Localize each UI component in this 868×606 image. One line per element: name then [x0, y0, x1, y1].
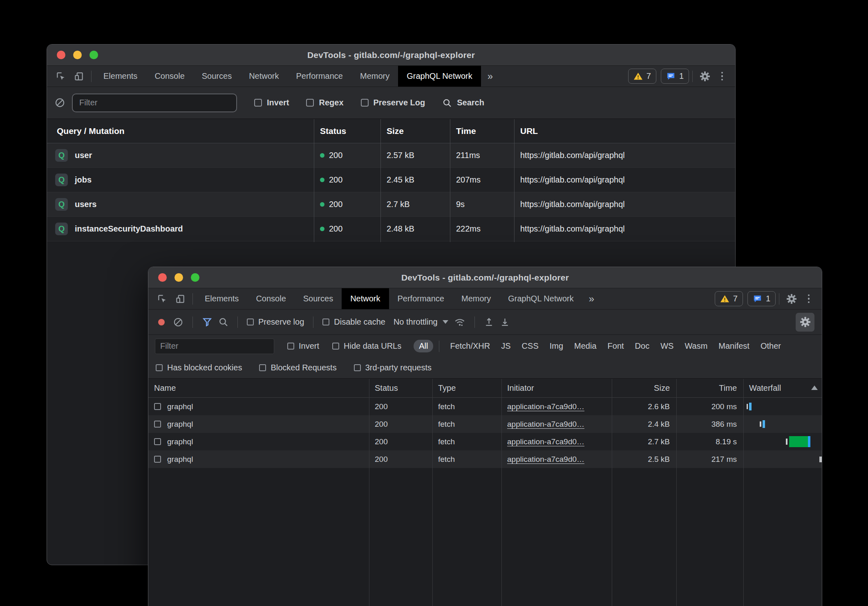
checkbox[interactable]	[332, 343, 339, 350]
more-tabs-icon[interactable]	[481, 66, 499, 87]
filter-type-other[interactable]: Other	[761, 341, 781, 351]
filter-funnel-icon[interactable]	[202, 317, 213, 328]
zoom-button[interactable]	[89, 51, 98, 59]
column-divider[interactable]	[369, 379, 369, 606]
column-divider[interactable]	[514, 119, 515, 242]
filter-input[interactable]	[72, 94, 237, 112]
search-icon[interactable]	[218, 317, 228, 327]
settings-gear-icon[interactable]	[783, 290, 801, 308]
issues-badge[interactable]: 1	[661, 69, 689, 84]
kebab-menu-icon[interactable]	[714, 68, 730, 85]
filter-type-css[interactable]: CSS	[522, 341, 539, 351]
tab-sources[interactable]: Sources	[193, 66, 240, 87]
zoom-button[interactable]	[191, 273, 199, 282]
col-size[interactable]: Size	[612, 383, 676, 393]
col-size[interactable]: Size	[380, 126, 450, 136]
table-row[interactable]: Q instanceSecurityDashboard 200 2.48 kB …	[47, 217, 735, 241]
tab-elements[interactable]: Elements	[196, 288, 247, 309]
filter-input[interactable]	[155, 339, 274, 354]
filter-type-img[interactable]: Img	[550, 341, 563, 351]
checkbox[interactable]	[259, 364, 266, 371]
device-toolbar-icon[interactable]	[70, 67, 88, 85]
col-query-mutation[interactable]: Query / Mutation	[47, 126, 314, 136]
initiator-link[interactable]: application-a7ca9d0…	[507, 455, 584, 463]
inspect-element-icon[interactable]	[153, 290, 171, 308]
col-url[interactable]: URL	[514, 126, 735, 136]
tab-network[interactable]: Network	[240, 66, 287, 87]
column-divider[interactable]	[432, 379, 433, 606]
warnings-badge[interactable]: 7	[628, 69, 656, 84]
filter-type-font[interactable]: Font	[608, 341, 624, 351]
filter-type-ws[interactable]: WS	[660, 341, 673, 351]
hide-data-urls-checkbox[interactable]: Hide data URLs	[332, 341, 401, 351]
filter-type-fetch-xhr[interactable]: Fetch/XHR	[450, 341, 490, 351]
tab-network[interactable]: Network	[342, 288, 389, 309]
filter-type-wasm[interactable]: Wasm	[685, 341, 707, 351]
issues-badge[interactable]: 1	[747, 291, 776, 306]
checkbox[interactable]	[354, 364, 361, 371]
column-divider[interactable]	[450, 119, 450, 242]
checkbox[interactable]	[156, 364, 163, 371]
close-button[interactable]	[158, 273, 167, 282]
tab-memory[interactable]: Memory	[453, 288, 499, 309]
preserve-log-checkbox[interactable]: Preserve Log	[361, 98, 425, 107]
clear-icon[interactable]	[173, 317, 183, 328]
checkbox[interactable]	[247, 319, 254, 325]
inspect-element-icon[interactable]	[52, 67, 70, 85]
col-status[interactable]: Status	[369, 383, 432, 393]
column-divider[interactable]	[314, 119, 314, 242]
row-checkbox[interactable]	[154, 456, 161, 463]
table-row[interactable]: graphql 200 fetch application-a7ca9d0… 2…	[148, 415, 822, 433]
titlebar[interactable]: DevTools - gitlab.com/-/graphql-explorer	[47, 45, 735, 66]
col-time[interactable]: Time	[450, 126, 514, 136]
checkbox[interactable]	[361, 99, 369, 107]
preserve-log-checkbox[interactable]: Preserve log	[247, 317, 304, 327]
tab-elements[interactable]: Elements	[95, 66, 146, 87]
filter-type-doc[interactable]: Doc	[635, 341, 650, 351]
throttling-dropdown[interactable]: No throttling	[394, 317, 448, 327]
more-tabs-icon[interactable]	[582, 288, 601, 309]
tab-console[interactable]: Console	[146, 66, 193, 87]
invert-checkbox[interactable]: Invert	[254, 98, 289, 107]
tab-performance[interactable]: Performance	[288, 66, 352, 87]
col-type[interactable]: Type	[432, 383, 501, 393]
network-conditions-icon[interactable]	[454, 316, 465, 328]
checkbox[interactable]	[254, 99, 262, 107]
table-row[interactable]: Q users 200 2.7 kB 9s https://gitlab.com…	[47, 192, 735, 217]
minimize-button[interactable]	[174, 273, 183, 282]
close-button[interactable]	[57, 51, 65, 59]
clear-icon[interactable]	[54, 97, 65, 108]
row-checkbox[interactable]	[154, 403, 161, 410]
tab-graphql-network[interactable]: GraphQL Network	[499, 288, 582, 309]
checkbox[interactable]	[287, 343, 294, 350]
network-settings-gear-icon[interactable]	[796, 313, 814, 332]
table-row[interactable]: graphql 200 fetch application-a7ca9d0… 2…	[148, 398, 822, 415]
filter-type-media[interactable]: Media	[574, 341, 596, 351]
initiator-link[interactable]: application-a7ca9d0…	[507, 402, 584, 411]
minimize-button[interactable]	[73, 51, 82, 59]
tab-performance[interactable]: Performance	[389, 288, 453, 309]
record-button[interactable]	[158, 319, 165, 325]
col-waterfall[interactable]: Waterfall	[743, 383, 822, 393]
warnings-badge[interactable]: 7	[715, 291, 743, 306]
invert-checkbox[interactable]: Invert	[287, 341, 319, 351]
col-name[interactable]: Name	[148, 383, 369, 393]
tab-console[interactable]: Console	[247, 288, 294, 309]
table-row[interactable]: graphql 200 fetch application-a7ca9d0… 2…	[148, 433, 822, 450]
regex-checkbox[interactable]: Regex	[306, 98, 343, 107]
search-button[interactable]: Search	[442, 98, 484, 108]
kebab-menu-icon[interactable]	[801, 291, 817, 307]
table-row[interactable]: Q user 200 2.57 kB 211ms https://gitlab.…	[47, 143, 735, 168]
disable-cache-checkbox[interactable]: Disable cache	[322, 317, 385, 327]
tab-sources[interactable]: Sources	[295, 288, 342, 309]
column-divider[interactable]	[676, 379, 677, 606]
blocked-requests-checkbox[interactable]: Blocked Requests	[259, 363, 336, 372]
col-status[interactable]: Status	[314, 126, 380, 136]
device-toolbar-icon[interactable]	[171, 290, 189, 308]
col-time[interactable]: Time	[676, 383, 743, 393]
row-checkbox[interactable]	[154, 421, 161, 428]
table-row[interactable]: Q jobs 200 2.45 kB 207ms https://gitlab.…	[47, 168, 735, 192]
checkbox[interactable]	[322, 319, 329, 325]
filter-type-manifest[interactable]: Manifest	[718, 341, 749, 351]
import-har-icon[interactable]	[484, 317, 494, 327]
